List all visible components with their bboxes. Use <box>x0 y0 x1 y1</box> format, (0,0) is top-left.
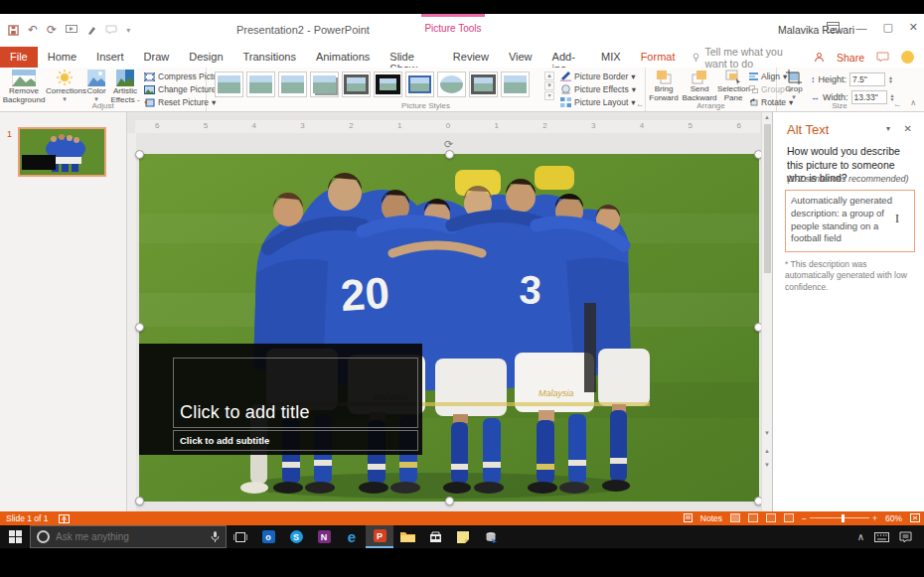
task-view-button[interactable] <box>227 525 254 548</box>
zoom-slider-knob[interactable] <box>842 514 845 522</box>
minimize-button[interactable]: — <box>855 22 866 34</box>
taskbar-powerpoint[interactable]: P <box>366 525 393 548</box>
tab-review[interactable]: Review <box>443 47 499 68</box>
tab-draw[interactable]: Draw <box>134 47 180 68</box>
picture-style-thumbnail[interactable] <box>342 72 371 97</box>
fit-slide-to-window-icon[interactable] <box>910 513 920 522</box>
customize-qat-icon[interactable]: ▾ <box>126 26 130 35</box>
ribbon-display-options-icon[interactable] <box>827 22 840 33</box>
taskbar-file-explorer[interactable] <box>393 525 421 548</box>
size-dialog-launcher-icon[interactable]: ⌙ <box>894 101 900 109</box>
tab-add-ins[interactable]: Add-ins <box>542 47 591 68</box>
close-button[interactable]: ✕ <box>909 21 918 34</box>
artistic-effects-button[interactable]: Artistic Effects - <box>109 70 141 104</box>
share-button[interactable]: Share <box>837 52 864 64</box>
feedback-smiley-icon[interactable] <box>901 51 914 64</box>
zoom-slider[interactable] <box>810 517 869 518</box>
slideshow-view-icon[interactable] <box>784 513 794 522</box>
taskbar-app[interactable] <box>477 525 505 548</box>
title-placeholder[interactable]: Click to add title <box>173 358 418 428</box>
tab-slide-show[interactable]: Slide Show <box>380 47 443 68</box>
scrollbar-thumb[interactable] <box>764 124 771 273</box>
picture-style-thumbnail[interactable] <box>501 72 530 97</box>
tab-mix[interactable]: MIX <box>591 47 631 68</box>
picture-style-thumbnail[interactable] <box>215 72 243 97</box>
tab-transitions[interactable]: Transitions <box>233 47 306 68</box>
taskbar-sticky-notes[interactable] <box>449 525 477 548</box>
resize-handle-top-center[interactable] <box>445 150 454 159</box>
picture-style-thumbnail[interactable] <box>278 72 307 97</box>
save-icon[interactable] <box>8 25 19 36</box>
accessibility-checker-icon[interactable] <box>59 514 70 523</box>
tab-insert[interactable]: Insert <box>86 47 134 68</box>
resize-handle-top-left[interactable] <box>135 150 144 159</box>
crop-button[interactable]: Crop ▾ <box>779 70 809 101</box>
normal-view-icon[interactable] <box>730 513 740 522</box>
gallery-scroll-down-icon[interactable]: ▼ <box>544 81 554 90</box>
tab-design[interactable]: Design <box>179 47 232 68</box>
redo-icon[interactable]: ⟳ <box>47 23 57 37</box>
previous-slide-icon[interactable]: ▲ <box>762 448 772 454</box>
picture-style-thumbnail[interactable] <box>437 72 466 97</box>
tab-format[interactable]: Format <box>631 47 686 68</box>
height-spin-down-icon[interactable]: ▼ <box>888 79 893 83</box>
height-input[interactable] <box>849 72 885 86</box>
zoom-level[interactable]: 60% <box>885 513 902 523</box>
start-from-beginning-icon[interactable] <box>66 25 77 35</box>
tell-me-box[interactable]: Tell me what you want to do <box>685 47 814 68</box>
action-center-icon[interactable] <box>899 531 912 543</box>
resize-handle-middle-left[interactable] <box>135 323 144 332</box>
taskbar-onenote[interactable]: N <box>310 525 338 548</box>
picture-style-thumbnail[interactable] <box>469 72 498 97</box>
picture-style-thumbnail[interactable] <box>374 72 402 97</box>
gallery-scroll-up-icon[interactable]: ▲ <box>544 72 554 80</box>
tab-file[interactable]: File <box>0 47 38 68</box>
comments-icon[interactable] <box>876 52 889 63</box>
comment-icon[interactable] <box>105 25 117 35</box>
picture-style-thumbnail[interactable] <box>405 72 434 97</box>
start-button[interactable] <box>0 530 30 543</box>
resize-handle-bottom-left[interactable] <box>135 497 144 505</box>
tab-home[interactable]: Home <box>38 47 86 68</box>
slide-sorter-view-icon[interactable] <box>748 513 758 522</box>
search-input[interactable] <box>56 531 205 542</box>
taskbar-store[interactable] <box>421 525 449 548</box>
maximize-button[interactable]: ▢ <box>882 21 892 34</box>
taskbar-chevron-up-icon[interactable]: ∧ <box>857 531 864 542</box>
bring-forward-button[interactable]: Bring Forward <box>646 70 682 102</box>
tab-view[interactable]: View <box>499 47 542 68</box>
collapse-ribbon-icon[interactable]: ∧ <box>910 98 916 107</box>
resize-handle-bottom-center[interactable] <box>445 497 454 505</box>
taskbar-edge[interactable]: e <box>338 525 366 548</box>
subtitle-placeholder[interactable]: Click to add subtitle <box>173 430 418 451</box>
slide-1-thumbnail[interactable] <box>18 127 106 177</box>
microphone-icon[interactable] <box>211 531 220 543</box>
selection-pane-button[interactable]: Selection Pane <box>717 70 749 102</box>
send-backward-button[interactable]: Send Backward <box>682 70 717 102</box>
next-slide-icon[interactable]: ▼ <box>762 462 772 468</box>
picture-effects-button[interactable]: Picture Effects ▾ <box>560 84 636 94</box>
taskbar-outlook[interactable]: o <box>254 525 282 548</box>
pen-icon[interactable] <box>86 25 96 36</box>
color-button[interactable]: Color ▾ <box>83 70 109 103</box>
picture-style-thumbnail[interactable] <box>246 72 275 97</box>
picture-style-thumbnail[interactable] <box>310 72 339 97</box>
corrections-button[interactable]: Corrections ▾ <box>46 70 83 103</box>
tab-animations[interactable]: Animations <box>306 47 380 68</box>
vertical-scrollbar[interactable]: ▲ ▼ ▲ ▼ <box>761 112 772 511</box>
picture-styles-dialog-launcher-icon[interactable]: ⌙ <box>637 101 643 109</box>
gallery-more-icon[interactable]: ▾ <box>544 91 554 100</box>
touch-keyboard-icon[interactable] <box>874 532 889 542</box>
cortana-search-box[interactable] <box>30 525 227 548</box>
notes-button[interactable]: Notes <box>700 513 722 523</box>
zoom-in-icon[interactable]: + <box>872 513 877 523</box>
pane-options-caret-icon[interactable]: ▾ <box>886 124 890 133</box>
scroll-down-icon[interactable]: ▼ <box>762 430 772 436</box>
zoom-out-icon[interactable]: − <box>802 513 807 523</box>
reading-view-icon[interactable] <box>766 513 776 522</box>
taskbar-skype[interactable]: S <box>282 525 310 548</box>
picture-border-button[interactable]: Picture Border ▾ <box>560 72 636 81</box>
remove-background-button[interactable]: Remove Background <box>2 70 46 104</box>
pane-close-icon[interactable]: ✕ <box>904 123 912 134</box>
undo-icon[interactable]: ↶ <box>28 23 38 37</box>
